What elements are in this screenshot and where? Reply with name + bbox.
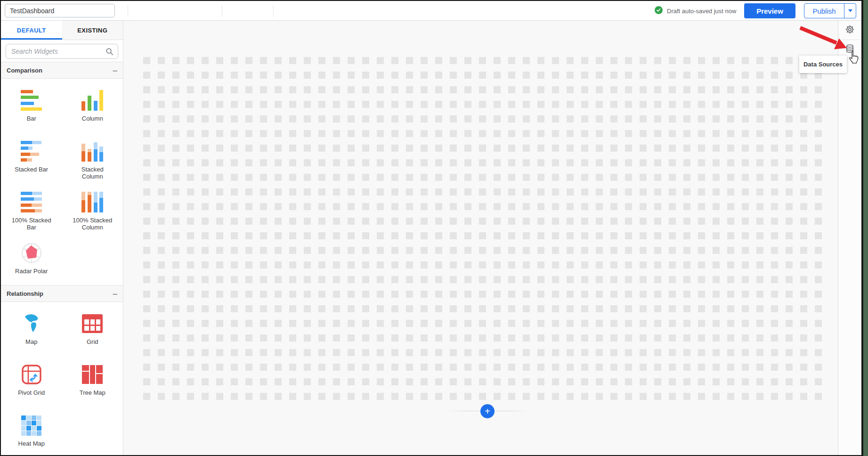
frame-top [0, 0, 868, 1]
database-icon [845, 44, 855, 56]
frame-left [0, 0, 1, 456]
widget-item-stacked-bar[interactable]: Stacked Bar [1, 130, 62, 180]
add-widget-button[interactable]: + [480, 404, 495, 418]
column-widget-icon [81, 90, 103, 111]
widget-label: Grid [87, 338, 98, 345]
search-input[interactable] [6, 44, 118, 59]
map-widget-icon [21, 313, 42, 334]
widget-label: Tree Map [80, 389, 105, 396]
widget-item-heat-map[interactable]: Heat Map [1, 404, 62, 455]
widget-label: Map [25, 338, 37, 345]
autosave-text: Draft auto-saved just now [667, 8, 736, 15]
publish-dropdown-caret[interactable] [844, 4, 856, 18]
publish-button[interactable]: Publish [804, 4, 844, 18]
widget-label: 100% Stacked Bar [10, 217, 53, 231]
section-header-relationship: Relationship– [1, 285, 123, 302]
top-toolbar: Draft auto-saved just now Preview Publis… [1, 1, 861, 21]
widget-item-pivot-grid[interactable]: Pivot Grid [1, 353, 62, 404]
tree-map-widget-icon [81, 364, 103, 385]
stacked-bar-100-widget-icon [21, 192, 42, 212]
canvas-dot-grid [143, 57, 822, 400]
widget-label: Stacked Bar [15, 166, 48, 173]
right-rail [838, 21, 861, 455]
radar-polar-widget-icon [21, 243, 42, 263]
autosave-status: Draft auto-saved just now [655, 1, 736, 21]
widget-item-100-stacked-column[interactable]: 100% Stacked Column [62, 180, 123, 231]
collapse-section-icon[interactable]: – [113, 290, 117, 298]
widget-item-radar-polar[interactable]: Radar Polar [1, 231, 62, 282]
toolbar-divider [222, 5, 222, 17]
widget-item-map[interactable]: Map [1, 302, 62, 353]
widget-label: Bar [27, 115, 36, 122]
gear-icon [844, 24, 855, 37]
widget-item-stacked-column[interactable]: Stacked Column [62, 130, 123, 180]
widget-grid: BarColumnStacked BarStacked Column100% S… [1, 79, 123, 282]
dashboard-name-input[interactable] [5, 4, 115, 17]
stacked-bar-widget-icon [21, 141, 42, 162]
widget-sidebar: DEFAULTEXISTING Comparison–BarColumnStac… [1, 21, 123, 455]
section-title: Comparison [7, 67, 42, 74]
dashboard-designer-window: Draft auto-saved just now Preview Publis… [0, 0, 868, 456]
section-title: Relationship [7, 290, 43, 297]
pivot-grid-widget-icon [21, 364, 42, 385]
settings-button[interactable] [838, 21, 861, 40]
widget-item-100-stacked-bar[interactable]: 100% Stacked Bar [1, 180, 62, 231]
tab-existing[interactable]: EXISTING [62, 21, 123, 40]
widget-item-grid[interactable]: Grid [62, 302, 123, 353]
chevron-down-icon [848, 9, 852, 12]
sidebar-tabs: DEFAULTEXISTING [1, 21, 123, 40]
autosave-check-icon [655, 6, 663, 16]
collapse-section-icon[interactable]: – [113, 66, 117, 74]
preview-button[interactable]: Preview [744, 3, 795, 18]
stacked-column-100-widget-icon [81, 192, 103, 212]
widget-sections: Comparison–BarColumnStacked BarStacked C… [1, 62, 123, 455]
widget-item-bar[interactable]: Bar [1, 79, 62, 130]
tab-default[interactable]: DEFAULT [1, 21, 62, 40]
widget-search [6, 44, 118, 59]
search-icon [105, 47, 114, 58]
section-header-comparison: Comparison– [1, 62, 123, 79]
widget-label: 100% Stacked Column [71, 217, 114, 231]
widget-item-tree-map[interactable]: Tree Map [62, 353, 123, 404]
widget-label: Column [82, 115, 103, 122]
bar-widget-icon [21, 90, 42, 111]
frame-right-edge [863, 0, 868, 456]
stacked-column-widget-icon [81, 141, 103, 162]
data-sources-tooltip: Data Sources [799, 56, 847, 73]
heat-map-widget-icon [21, 415, 42, 436]
tooltip-text: Data Sources [803, 61, 843, 68]
widget-grid: Map Grid Pivot Grid Tree MapHeat Map [1, 302, 123, 455]
publish-split-button[interactable]: Publish [804, 3, 856, 18]
widget-label: Radar Polar [15, 268, 48, 275]
design-canvas[interactable]: + [124, 21, 838, 455]
toolbar-divider [128, 5, 128, 17]
grid-widget-icon [81, 313, 103, 334]
toolbar-divider [273, 5, 274, 17]
widget-item-column[interactable]: Column [62, 79, 123, 130]
widget-label: Stacked Column [71, 166, 114, 180]
widget-label: Heat Map [18, 440, 45, 447]
widget-label: Pivot Grid [18, 389, 45, 396]
